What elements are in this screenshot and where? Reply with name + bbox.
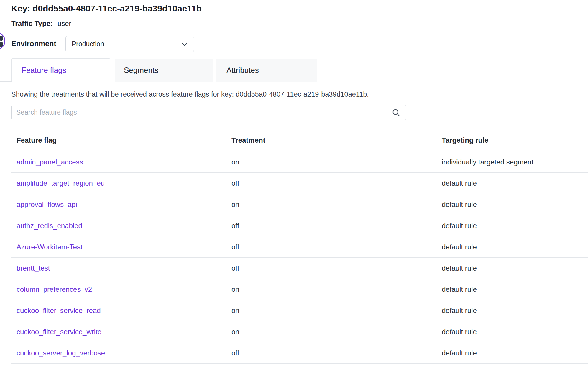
- tab-attributes-label: Attributes: [226, 66, 259, 75]
- treatments-description: Showing the treatments that will be rece…: [11, 90, 369, 98]
- feature-flag-link[interactable]: authz_redis_enabled: [17, 222, 82, 230]
- table-row: cuckoo_server_log_verbose off default ru…: [11, 342, 588, 364]
- search-box: [11, 105, 406, 120]
- search-icon[interactable]: [391, 108, 401, 117]
- chevron-down-icon: [181, 40, 188, 48]
- treatment-value: off: [231, 222, 442, 230]
- feature-flag-link[interactable]: cuckoo_server_log_verbose: [17, 349, 105, 357]
- targeting-rule-value: default rule: [442, 349, 588, 357]
- tab-bar-divider: [0, 81, 12, 82]
- feature-flag-link[interactable]: cuckoo_filter_service_write: [17, 328, 101, 336]
- feature-flag-table: Feature flag Treatment Targeting rule ad…: [11, 130, 588, 364]
- table-row: cuckoo_filter_service_write on default r…: [11, 321, 588, 342]
- tab-bar: Feature flags Segments Attributes: [0, 58, 588, 82]
- environment-label: Environment: [11, 39, 56, 48]
- treatment-value: off: [231, 179, 442, 187]
- feature-flag-link[interactable]: amplitude_target_region_eu: [17, 179, 105, 187]
- feature-flag-link[interactable]: brentt_test: [17, 264, 50, 272]
- targeting-rule-value: default rule: [442, 222, 588, 230]
- treatment-value: off: [231, 243, 442, 251]
- treatment-value: off: [231, 264, 442, 272]
- key-detail-page: Key: d0dd55a0-4807-11ec-a219-ba39d10ae11…: [0, 0, 588, 369]
- column-header-targeting-rule: Targeting rule: [442, 136, 588, 144]
- traffic-type-value: user: [58, 19, 71, 27]
- table-row: amplitude_target_region_eu off default r…: [11, 173, 588, 194]
- targeting-rule-value: individually targeted segment: [442, 158, 588, 166]
- feature-flag-link[interactable]: admin_panel_access: [17, 158, 83, 166]
- treatment-value: on: [231, 200, 442, 209]
- table-row: admin_panel_access on individually targe…: [11, 151, 588, 173]
- feature-flag-link[interactable]: Azure-Workitem-Test: [17, 243, 83, 251]
- table-header-row: Feature flag Treatment Targeting rule: [11, 130, 588, 151]
- targeting-rule-value: default rule: [442, 307, 588, 315]
- targeting-rule-value: default rule: [442, 179, 588, 187]
- tab-segments-label: Segments: [124, 66, 158, 75]
- traffic-type-label: Traffic Type:: [11, 19, 53, 27]
- table-row: approval_flows_api on default rule: [11, 194, 588, 215]
- treatment-value: on: [231, 328, 442, 336]
- feature-flag-link[interactable]: approval_flows_api: [17, 200, 77, 208]
- help-bubble-glyph: [0, 42, 3, 47]
- table-row: cuckoo_filter_service_read on default ru…: [11, 300, 588, 321]
- targeting-rule-value: default rule: [442, 328, 588, 336]
- treatment-value: on: [231, 307, 442, 315]
- tab-segments[interactable]: Segments: [115, 59, 213, 82]
- tab-attributes[interactable]: Attributes: [216, 59, 317, 82]
- tab-feature-flags-label: Feature flags: [22, 66, 66, 75]
- table-row: authz_redis_enabled off default rule: [11, 215, 588, 236]
- column-header-feature-flag: Feature flag: [11, 136, 231, 144]
- targeting-rule-value: default rule: [442, 264, 588, 272]
- environment-select-value: Production: [72, 40, 181, 48]
- search-input[interactable]: [12, 105, 391, 120]
- tab-feature-flags[interactable]: Feature flags: [11, 58, 110, 82]
- treatment-value: on: [231, 158, 442, 166]
- feature-flag-link[interactable]: cuckoo_filter_service_read: [17, 307, 101, 314]
- treatment-value: off: [231, 349, 442, 357]
- help-bubble-glyph: [0, 36, 3, 41]
- targeting-rule-value: default rule: [442, 243, 588, 251]
- treatment-value: on: [231, 285, 442, 294]
- targeting-rule-value: default rule: [442, 285, 588, 294]
- feature-flag-link[interactable]: column_preferences_v2: [17, 285, 92, 293]
- help-bubble-icon[interactable]: [0, 32, 5, 50]
- page-title: Key: d0dd55a0-4807-11ec-a219-ba39d10ae11…: [11, 4, 202, 14]
- table-row: column_preferences_v2 on default rule: [11, 279, 588, 300]
- environment-select[interactable]: Production: [65, 36, 194, 52]
- traffic-type-row: Traffic Type:user: [11, 19, 71, 28]
- table-row: Azure-Workitem-Test off default rule: [11, 236, 588, 258]
- targeting-rule-value: default rule: [442, 200, 588, 209]
- column-header-treatment: Treatment: [231, 136, 442, 144]
- table-row: brentt_test off default rule: [11, 258, 588, 279]
